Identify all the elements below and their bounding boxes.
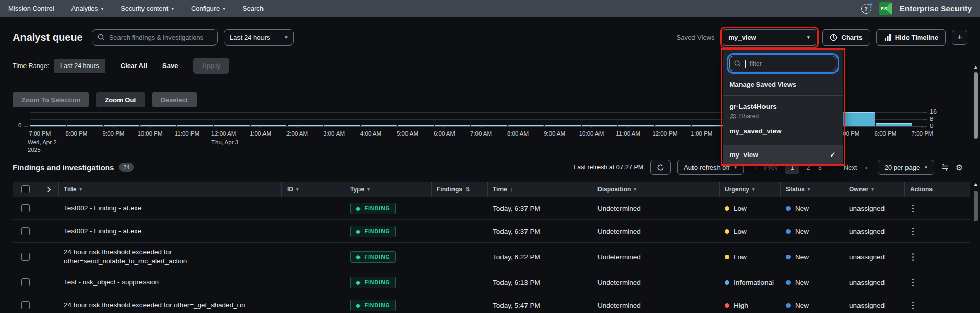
shared-label: Shared bbox=[739, 113, 759, 120]
column-header-urgency[interactable]: Urgency▾ bbox=[720, 182, 781, 197]
per-page-select[interactable]: 20 per page ▾ bbox=[878, 160, 934, 175]
time-range-filter-label: Time Range: bbox=[13, 62, 49, 70]
row-urgency-cell: Low bbox=[720, 205, 781, 212]
x-axis-date-label: 2025 bbox=[28, 147, 41, 153]
kebab-menu-icon[interactable] bbox=[910, 251, 916, 263]
deselect-button[interactable]: Deselect bbox=[152, 92, 197, 107]
y-axis-tick-left bbox=[24, 126, 28, 127]
column-header-actions: Actions bbox=[905, 182, 970, 197]
saved-views-select[interactable]: my_view ▾ bbox=[723, 29, 816, 46]
prev-page-button[interactable]: Prev bbox=[764, 164, 778, 171]
x-axis-label: 1:00 PM bbox=[691, 130, 713, 137]
page-number-3[interactable]: 3 bbox=[818, 164, 821, 171]
column-header-id[interactable]: ID▾ bbox=[282, 182, 345, 197]
nav-item-configure[interactable]: Configure▾ bbox=[191, 5, 225, 12]
nav-item-label: Security content bbox=[121, 5, 168, 12]
next-page-button[interactable]: Next bbox=[844, 164, 857, 171]
zoom-out-button[interactable]: Zoom Out bbox=[96, 92, 145, 107]
help-icon[interactable]: ? bbox=[861, 4, 871, 14]
finding-type-badge: ◈FINDING bbox=[350, 251, 396, 263]
clear-all-button[interactable]: Clear All bbox=[121, 62, 147, 70]
auto-refresh-value: Auto-refresh off bbox=[684, 164, 729, 171]
column-header-disposition[interactable]: Disposition▾ bbox=[592, 182, 720, 197]
charts-icon bbox=[830, 34, 838, 41]
column-header-type[interactable]: Type▾ bbox=[345, 182, 432, 197]
row-owner-cell: unassigned bbox=[844, 279, 905, 286]
table-row[interactable]: Test002 - Finding - at.exe◈FINDINGToday,… bbox=[13, 197, 970, 220]
finding-type-badge: ◈FINDING bbox=[350, 277, 396, 288]
nav-item-search[interactable]: Search bbox=[243, 5, 264, 12]
table-row[interactable]: 24 hour risk threshold exceeded for othe… bbox=[13, 294, 970, 313]
page-number-2[interactable]: 2 bbox=[806, 164, 810, 171]
save-button[interactable]: Save bbox=[162, 62, 178, 70]
time-range-chip[interactable]: Last 24 hours bbox=[54, 59, 105, 73]
column-header-title[interactable]: Title▾ bbox=[59, 182, 282, 197]
column-header-select[interactable] bbox=[13, 182, 38, 197]
column-header-findings[interactable]: Findings⇅ bbox=[432, 182, 488, 197]
manage-saved-views-item[interactable]: Manage Saved Views bbox=[730, 81, 836, 88]
last-refresh-text: Last refresh at 07:27 PM bbox=[573, 164, 643, 171]
table-scrollbar-thumb[interactable] bbox=[974, 191, 978, 221]
scroll-up-arrow-icon[interactable] bbox=[974, 66, 978, 69]
row-checkbox[interactable] bbox=[21, 227, 30, 235]
kebab-menu-icon[interactable] bbox=[910, 203, 916, 214]
saved-view-option-my-view[interactable]: my_view ✓ bbox=[723, 145, 843, 164]
charts-button[interactable]: Charts bbox=[822, 29, 870, 46]
chart-bar bbox=[545, 125, 581, 127]
sort-caret-icon: ▾ bbox=[367, 187, 370, 192]
hide-timeline-button[interactable]: Hide Timeline bbox=[876, 29, 946, 46]
gear-icon[interactable]: ⚙ bbox=[955, 163, 963, 172]
sort-updown-icon: ⇅ bbox=[465, 186, 470, 193]
row-select-cell bbox=[13, 204, 38, 212]
time-range-select[interactable]: Last 24 hours ▾ bbox=[224, 29, 294, 46]
table-scroll-up-arrow-icon[interactable] bbox=[974, 183, 978, 186]
nav-item-security-content[interactable]: Security content▾ bbox=[121, 5, 174, 12]
enterprise-security-logo[interactable]: ES bbox=[879, 2, 892, 15]
table-row[interactable]: 24 hour risk threshold exceeded for othe… bbox=[13, 243, 970, 271]
nav-item-label: Analytics bbox=[71, 5, 98, 12]
x-axis-label: 3:00 AM bbox=[323, 130, 345, 137]
row-checkbox[interactable] bbox=[21, 278, 30, 286]
y-axis-tick bbox=[923, 112, 927, 113]
y-axis-label: 8 bbox=[930, 116, 933, 122]
notification-dot bbox=[869, 3, 873, 7]
kebab-menu-icon[interactable] bbox=[910, 277, 916, 288]
search-input[interactable]: Search findings & investigations bbox=[92, 29, 218, 46]
table-row[interactable]: Test - risk_object - suppression◈FINDING… bbox=[13, 271, 970, 294]
column-header-expand[interactable] bbox=[38, 182, 59, 197]
finding-title: Test002 - Finding - at.exe bbox=[64, 227, 141, 236]
dropdown-filter-input[interactable]: filter bbox=[729, 56, 836, 71]
row-checkbox[interactable] bbox=[21, 301, 30, 309]
apply-button[interactable]: Apply bbox=[193, 58, 229, 74]
table-row[interactable]: Test002 - Finding - at.exe◈FINDINGToday,… bbox=[13, 220, 970, 243]
column-header-owner[interactable]: Owner▾ bbox=[844, 182, 905, 197]
saved-view-option-gr-last4hours[interactable]: gr-Last4Hours bbox=[723, 103, 843, 110]
row-select-cell bbox=[13, 278, 38, 286]
kebab-menu-icon[interactable] bbox=[910, 226, 916, 237]
select-all-checkbox[interactable] bbox=[21, 185, 30, 193]
zoom-to-selection-button[interactable]: Zoom To Selection bbox=[13, 92, 89, 107]
row-status-cell: New bbox=[781, 228, 844, 235]
kebab-menu-icon[interactable] bbox=[910, 300, 916, 311]
row-density-icon[interactable] bbox=[941, 163, 949, 171]
x-axis-label: 1:00 AM bbox=[250, 130, 271, 137]
refresh-button[interactable] bbox=[650, 160, 671, 175]
prev-chevron-icon[interactable]: ‹ bbox=[754, 164, 756, 171]
chart-bar bbox=[30, 125, 66, 127]
row-checkbox[interactable] bbox=[21, 204, 30, 212]
nav-item-analytics[interactable]: Analytics▾ bbox=[71, 5, 104, 12]
status-label: New bbox=[795, 279, 809, 286]
row-checkbox[interactable] bbox=[21, 253, 30, 261]
scrollbar-thumb[interactable] bbox=[974, 72, 978, 139]
expand-all-icon[interactable] bbox=[46, 187, 51, 192]
scrollbar-track[interactable] bbox=[973, 64, 979, 313]
column-header-time[interactable]: Time↓ bbox=[488, 182, 592, 197]
next-chevron-icon[interactable]: › bbox=[865, 164, 867, 171]
row-actions-cell bbox=[905, 251, 970, 263]
column-header-status[interactable]: Status▾ bbox=[781, 182, 844, 197]
nav-item-mission-control[interactable]: Mission Control bbox=[8, 5, 54, 12]
x-axis-label: 11:00 PM bbox=[175, 130, 199, 137]
page-title: Analyst queue bbox=[13, 32, 83, 43]
add-view-button[interactable]: + bbox=[952, 30, 967, 45]
saved-view-option-my-saved-view[interactable]: my_saved_view bbox=[723, 127, 843, 135]
